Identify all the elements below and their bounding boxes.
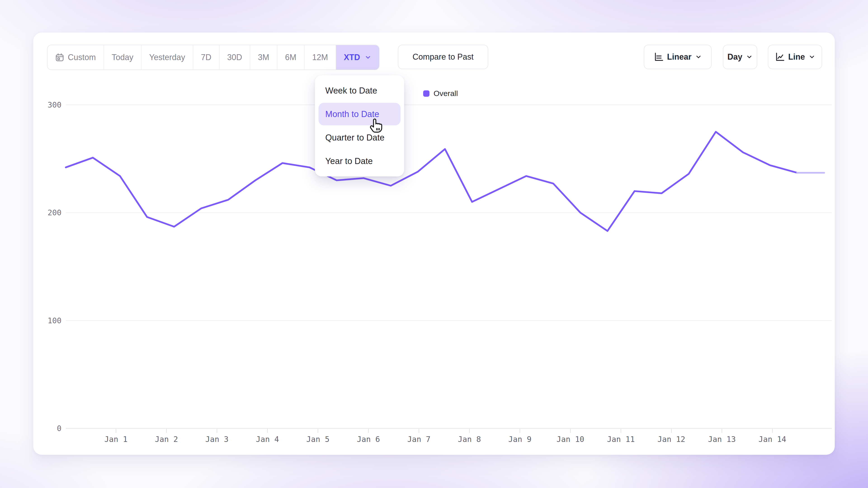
calendar-icon	[55, 53, 64, 62]
chevron-down-icon	[809, 54, 815, 60]
menu-item-week-to-date[interactable]: Week to Date	[318, 79, 401, 102]
x-axis-tick-label: Jan 1	[104, 435, 127, 444]
x-axis-tick-label: Jan 10	[557, 435, 584, 444]
overall-line-chart: 0100200300Jan 1Jan 2Jan 3Jan 4Jan 5Jan 6…	[0, 0, 868, 488]
y-axis-tick-label: 0	[57, 424, 61, 433]
y-axis-tick-label: 300	[48, 100, 61, 109]
x-axis-tick-label: Jan 9	[508, 435, 531, 444]
line-chart-icon	[775, 52, 784, 62]
scale-dropdown-button[interactable]: Linear	[644, 45, 712, 69]
range-yesterday-button[interactable]: Yesterday	[142, 45, 193, 70]
x-axis-tick-label: Jan 11	[607, 435, 635, 444]
x-axis-tick-label: Jan 6	[357, 435, 380, 444]
x-axis-tick-label: Jan 7	[407, 435, 430, 444]
menu-item-year-to-date[interactable]: Year to Date	[318, 150, 401, 172]
date-range-segmented-control: Custom Today Yesterday 7D 30D 3M 6M 12M …	[47, 45, 379, 70]
legend-swatch	[423, 90, 430, 97]
range-3m-button[interactable]: 3M	[250, 45, 277, 70]
x-axis-tick-label: Jan 4	[256, 435, 279, 444]
compare-to-past-button[interactable]: Compare to Past	[398, 45, 488, 69]
range-30d-button[interactable]: 30D	[219, 45, 250, 70]
axis-linear-icon	[653, 52, 663, 62]
chevron-down-icon	[365, 54, 371, 61]
chart-legend: Overall	[423, 89, 458, 98]
chart-type-dropdown-button[interactable]: Line	[768, 45, 822, 69]
interval-dropdown-button[interactable]: Day	[723, 45, 757, 69]
y-axis-tick-label: 100	[48, 316, 61, 325]
x-axis-tick-label: Jan 12	[657, 435, 685, 444]
x-axis-tick-label: Jan 8	[458, 435, 481, 444]
range-custom-button[interactable]: Custom	[48, 45, 104, 70]
menu-item-month-to-date[interactable]: Month to Date	[318, 103, 401, 125]
period-dropdown-menu: Week to Date Month to Date Quarter to Da…	[315, 75, 404, 176]
chevron-down-icon	[746, 54, 753, 60]
hand-pointer-icon	[368, 117, 385, 134]
range-6m-button[interactable]: 6M	[277, 45, 305, 70]
x-axis-tick-label: Jan 3	[206, 435, 228, 444]
menu-item-quarter-to-date[interactable]: Quarter to Date	[318, 126, 401, 149]
y-axis-tick-label: 200	[48, 208, 61, 217]
app-background: { "toolbar": { "ranges": [ {"label": "Cu…	[0, 0, 868, 488]
range-12m-button[interactable]: 12M	[305, 45, 336, 70]
x-axis-tick-label: Jan 13	[708, 435, 736, 444]
x-axis-tick-label: Jan 14	[758, 435, 786, 444]
range-xtd-button[interactable]: XTD	[336, 45, 379, 70]
chart-line-overall	[66, 132, 797, 231]
legend-label: Overall	[434, 89, 458, 98]
range-7d-button[interactable]: 7D	[193, 45, 219, 70]
chevron-down-icon	[695, 54, 702, 60]
x-axis-tick-label: Jan 5	[306, 435, 329, 444]
range-custom-label: Custom	[68, 53, 96, 62]
range-today-button[interactable]: Today	[104, 45, 142, 70]
x-axis-tick-label: Jan 2	[155, 435, 178, 444]
